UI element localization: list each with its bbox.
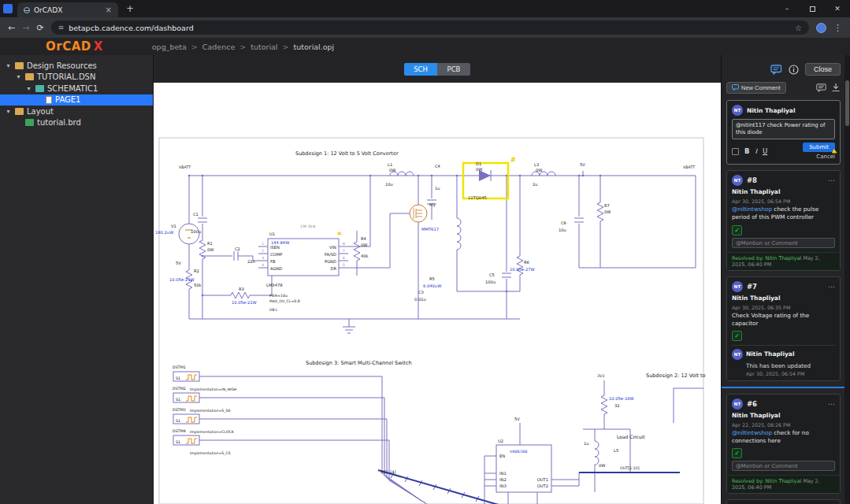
close-button[interactable]: Close bbox=[805, 63, 841, 76]
mention-link[interactable]: @niltintwshop bbox=[732, 429, 774, 436]
back-icon[interactable]: ← bbox=[8, 23, 15, 33]
browser-app-icon[interactable] bbox=[3, 4, 13, 13]
schematic-label: M1 bbox=[429, 202, 436, 207]
schematic-label: OUT[1:10] bbox=[620, 466, 640, 470]
sidebar-item-design-resources[interactable]: ▾Design Resources bbox=[0, 60, 153, 72]
info-icon[interactable] bbox=[789, 65, 799, 75]
schematic-label: 0W bbox=[389, 168, 395, 172]
attach-checkbox[interactable] bbox=[732, 148, 739, 155]
forward-icon[interactable]: → bbox=[22, 23, 29, 33]
schematic-label: R7 bbox=[604, 203, 610, 208]
sidebar-item-tutorial-brd[interactable]: tutorial.brd bbox=[0, 117, 153, 129]
schematic-label: OUT2 bbox=[537, 484, 548, 488]
comment-draft-input[interactable]: @nitint117 check Power rating of this di… bbox=[732, 119, 835, 139]
schematic-label: PIER=10u bbox=[269, 294, 288, 298]
schematic-label: DSTM2 bbox=[173, 387, 186, 391]
schematic-label: 10u bbox=[385, 182, 393, 187]
orcad-logo: OrCADX bbox=[46, 39, 103, 54]
schematic-canvas[interactable]: Subdesign 1: 12 Volt to 5 Volt Converter… bbox=[154, 83, 721, 504]
submit-button[interactable]: Submit bbox=[803, 143, 835, 152]
profile-avatar[interactable] bbox=[816, 23, 826, 33]
tab-close-icon[interactable]: × bbox=[106, 6, 112, 14]
reply-text: This has been updated bbox=[746, 362, 835, 369]
comment-menu-icon[interactable]: ⋯ bbox=[828, 283, 835, 291]
sidebar-item-page1[interactable]: PAGE1 bbox=[0, 94, 153, 106]
compose-comment-card: NT Nitin Thapliyal @nitint117 check Powe… bbox=[726, 100, 841, 165]
schematic-label: 10.05e-21W bbox=[169, 277, 195, 282]
mention-input[interactable]: @Mention or Comment bbox=[732, 238, 835, 248]
schematic-label: 180.2uW bbox=[155, 230, 173, 235]
bus-lines bbox=[378, 470, 680, 504]
close-window-button[interactable]: ✕ bbox=[825, 0, 850, 17]
v1-source-symbol bbox=[179, 224, 199, 244]
breadcrumb-item[interactable]: tutorial.opj bbox=[293, 43, 334, 51]
browser-menu-icon[interactable]: ⋮ bbox=[833, 23, 842, 33]
bookmark-star-icon[interactable]: ☆ bbox=[795, 24, 802, 32]
schematic-label: 5V bbox=[580, 162, 585, 167]
tab-pcb[interactable]: PCB bbox=[437, 63, 470, 76]
underline-button[interactable]: U bbox=[763, 147, 767, 155]
mention-link[interactable]: @niltintwshop bbox=[732, 206, 774, 213]
schematic-label: C1 bbox=[193, 212, 199, 217]
schematic-label: S1 bbox=[176, 440, 180, 444]
resolve-check-icon[interactable]: ✓ bbox=[732, 225, 742, 235]
expand-arrow-icon[interactable]: ▾ bbox=[25, 85, 32, 92]
comment-card: NT #4 ⋯ bbox=[726, 499, 841, 504]
bold-button[interactable]: B bbox=[744, 147, 749, 155]
panel-scrollbar-thumb[interactable] bbox=[845, 80, 849, 126]
mention-input[interactable]: @Mention or Comment bbox=[732, 461, 835, 471]
breadcrumb-item[interactable]: opg_beta bbox=[152, 43, 187, 51]
schematic-label: MAX_DU_CL=0.8 bbox=[269, 299, 300, 304]
schematic-label: U2 bbox=[498, 439, 503, 443]
expand-arrow-icon[interactable]: ▾ bbox=[5, 108, 12, 115]
breadcrumb-item[interactable]: tutorial bbox=[251, 43, 277, 51]
italic-button[interactable]: I bbox=[755, 147, 757, 155]
url-field[interactable]: ≡ betapcb.cadence.com/dashboard ☆ bbox=[51, 20, 809, 35]
avatar: NT bbox=[732, 175, 743, 186]
schematic-label: R5 bbox=[429, 276, 435, 281]
panel-toolbar: New Comment bbox=[722, 79, 850, 96]
schematic-label: S1 bbox=[176, 376, 180, 380]
resolve-check-icon[interactable]: ✓ bbox=[732, 331, 742, 341]
tab-sch[interactable]: SCH bbox=[404, 63, 437, 76]
comment-list-icon[interactable] bbox=[816, 83, 826, 92]
breadcrumb-item[interactable]: Cadence bbox=[202, 43, 235, 51]
comment-menu-icon[interactable]: ⋯ bbox=[828, 400, 835, 408]
download-icon[interactable] bbox=[831, 83, 841, 92]
refresh-icon[interactable]: ⟳ bbox=[36, 23, 43, 33]
schematic-label: R4 bbox=[361, 236, 367, 241]
sidebar-item-label: Layout bbox=[27, 107, 54, 116]
sidebar-item-tutorial-dsn[interactable]: ▾TUTORIAL.DSN bbox=[0, 72, 153, 83]
schematic-label: VIN bbox=[329, 245, 336, 250]
resolved-status: Resolved by: Nitin Thapliyal May 2, 2025… bbox=[727, 475, 840, 493]
comment-menu-icon[interactable]: ⋯ bbox=[828, 176, 835, 184]
new-tab-button[interactable]: + bbox=[126, 3, 134, 14]
folder-icon bbox=[25, 73, 34, 80]
schematic-label: 11TQ045 bbox=[468, 195, 487, 200]
panel-scrollbar[interactable] bbox=[844, 55, 850, 504]
schematic-label: 7 bbox=[343, 249, 345, 253]
browser-tab[interactable]: OrCADX × bbox=[17, 2, 118, 17]
schematic-label: Subdesign 3: Smart Multi-Channel Switch bbox=[306, 360, 412, 366]
new-comment-button[interactable]: New Comment bbox=[726, 82, 786, 94]
comment-card: NT #7 ⋯ Nitin Thapliyal Apr 30, 2025, 06… bbox=[726, 276, 841, 381]
maximize-button[interactable] bbox=[800, 0, 825, 17]
expand-arrow-icon[interactable]: ▾ bbox=[15, 73, 22, 80]
window-controls: – ✕ bbox=[774, 0, 850, 17]
comments-mode-icon[interactable] bbox=[770, 65, 782, 75]
schematic-label: 5 bbox=[343, 263, 345, 267]
schematic-label: C2 bbox=[235, 246, 240, 251]
comments-panel: Close New Comment NT bbox=[721, 55, 850, 504]
sidebar-item-label: PAGE1 bbox=[55, 95, 81, 104]
minimize-button[interactable]: – bbox=[774, 0, 800, 17]
comment-date: Apr 30, 2025, 06:35 PM bbox=[732, 305, 790, 310]
cancel-button[interactable]: Cancel bbox=[816, 154, 835, 160]
sidebar-item-schematic1[interactable]: ▾SCHEMATIC1 bbox=[0, 83, 153, 94]
avatar: NT bbox=[732, 349, 743, 360]
site-info-icon[interactable]: ≡ bbox=[58, 24, 65, 32]
resolve-check-icon[interactable]: ✓ bbox=[732, 448, 742, 458]
highlight-box-d1 bbox=[463, 163, 508, 198]
sidebar-item-layout[interactable]: ▾Layout bbox=[0, 106, 153, 117]
folder-icon bbox=[15, 108, 24, 115]
expand-arrow-icon[interactable]: ▾ bbox=[5, 62, 12, 69]
